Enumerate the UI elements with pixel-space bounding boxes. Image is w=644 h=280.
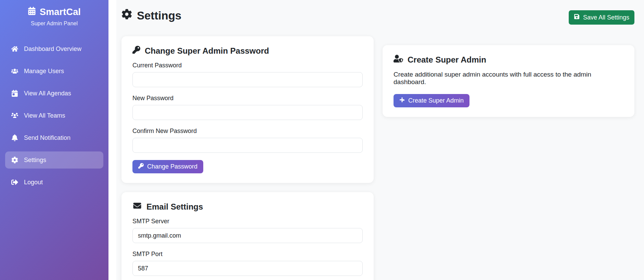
page-title: Settings	[121, 9, 181, 22]
sidebar-item-label: Dashboard Overview	[24, 45, 81, 53]
app-root: SmartCal Super Admin Panel Dashboard Ove…	[0, 0, 644, 280]
change-password-card-title: Change Super Admin Password	[132, 46, 363, 56]
sidebar-main-gutter	[108, 0, 116, 280]
sidebar: SmartCal Super Admin Panel Dashboard Ove…	[0, 0, 108, 280]
change-password-button[interactable]: Change Password	[132, 160, 203, 173]
page-title-text: Settings	[137, 9, 181, 22]
bell-icon	[11, 134, 18, 141]
gear-icon	[121, 9, 132, 22]
new-password-field[interactable]	[132, 105, 363, 120]
brand-logo: SmartCal Super Admin Panel	[0, 7, 108, 27]
confirm-password-field[interactable]	[132, 138, 363, 153]
change-password-card: Change Super Admin Password Current Pass…	[121, 36, 374, 183]
main-content: Settings Save All Settings Change Super …	[116, 0, 644, 280]
page-header: Settings Save All Settings	[121, 9, 634, 25]
smtp-server-group: SMTP Server	[132, 218, 363, 243]
sidebar-item-label: Settings	[24, 157, 46, 164]
home-icon	[11, 45, 18, 52]
change-password-button-label: Change Password	[147, 163, 197, 170]
sidebar-item-view-all-teams[interactable]: View All Teams	[5, 107, 103, 124]
new-password-group: New Password	[132, 95, 363, 120]
email-settings-title-text: Email Settings	[146, 202, 203, 212]
current-password-group: Current Password	[132, 62, 363, 87]
users-icon	[11, 68, 18, 75]
email-settings-card-title: Email Settings	[132, 202, 363, 212]
smtp-port-field[interactable]	[132, 261, 363, 276]
left-column: Change Super Admin Password Current Pass…	[121, 36, 374, 280]
current-password-label: Current Password	[132, 62, 363, 69]
sidebar-item-label: Send Notification	[24, 134, 70, 142]
sidebar-item-view-all-agendas[interactable]: View All Agendas	[5, 85, 103, 102]
envelope-icon	[132, 202, 142, 212]
brand-subtitle: Super Admin Panel	[0, 21, 108, 27]
gear-icon	[11, 157, 18, 163]
create-super-admin-card: Create Super Admin Create additional sup…	[383, 45, 634, 117]
calendar-icon	[11, 90, 18, 97]
save-all-settings-label: Save All Settings	[583, 14, 629, 21]
sidebar-nav: Dashboard Overview Manage Users View All…	[0, 40, 108, 191]
create-super-admin-description: Create additional super admin accounts w…	[394, 71, 623, 86]
user-shield-icon	[394, 55, 403, 65]
email-settings-card: Email Settings SMTP Server SMTP Port	[121, 192, 374, 280]
confirm-password-label: Confirm New Password	[132, 128, 363, 135]
smtp-server-label: SMTP Server	[132, 218, 363, 225]
logout-icon	[11, 179, 18, 186]
key-icon	[132, 46, 140, 56]
change-password-title-text: Change Super Admin Password	[145, 46, 269, 56]
settings-columns: Change Super Admin Password Current Pass…	[121, 36, 634, 280]
sidebar-item-logout[interactable]: Logout	[5, 174, 103, 191]
save-all-settings-button[interactable]: Save All Settings	[569, 10, 634, 25]
key-icon	[138, 163, 144, 170]
sidebar-item-send-notification[interactable]: Send Notification	[5, 129, 103, 146]
create-super-admin-card-title: Create Super Admin	[394, 55, 623, 65]
calendar-logo-icon	[28, 7, 36, 17]
create-super-admin-button-label: Create Super Admin	[408, 97, 464, 104]
create-super-admin-title-text: Create Super Admin	[408, 55, 486, 65]
smtp-server-field[interactable]	[132, 228, 363, 243]
create-super-admin-button[interactable]: Create Super Admin	[394, 94, 469, 107]
sidebar-item-label: View All Agendas	[24, 90, 71, 97]
confirm-password-group: Confirm New Password	[132, 128, 363, 153]
current-password-field[interactable]	[132, 72, 363, 87]
sidebar-item-label: Manage Users	[24, 68, 64, 75]
team-icon	[11, 112, 18, 119]
right-column: Create Super Admin Create additional sup…	[383, 36, 634, 117]
sidebar-item-label: View All Teams	[24, 112, 65, 119]
sidebar-item-label: Logout	[24, 179, 43, 186]
sidebar-item-settings[interactable]: Settings	[5, 151, 103, 169]
save-icon	[574, 14, 580, 21]
new-password-label: New Password	[132, 95, 363, 102]
sidebar-item-dashboard-overview[interactable]: Dashboard Overview	[5, 40, 103, 57]
brand-name: SmartCal	[40, 7, 81, 17]
smtp-port-label: SMTP Port	[132, 251, 363, 258]
sidebar-item-manage-users[interactable]: Manage Users	[5, 63, 103, 80]
plus-icon	[399, 97, 405, 104]
smtp-port-group: SMTP Port	[132, 251, 363, 276]
